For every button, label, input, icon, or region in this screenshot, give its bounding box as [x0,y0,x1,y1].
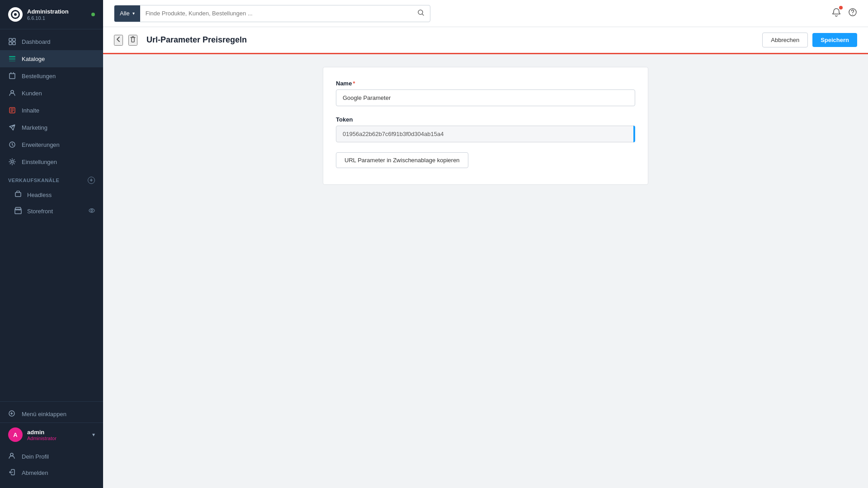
sidebar-nav: Dashboard Kataloge Bestellungen [0,29,103,401]
name-field-group: Name* [336,80,635,106]
headless-label: Headless [27,192,52,198]
collapse-menu-button[interactable]: Menü einklappen [0,405,103,422]
sidebar-item-headless[interactable]: Headless [0,187,103,203]
sales-channels-label: Verkaufskanäle [8,178,59,183]
logout-icon [8,469,16,477]
topbar: Alle ▾ [103,0,868,27]
help-button[interactable] [848,8,857,19]
token-label: Token [336,116,635,123]
dropdown-chevron-icon: ▾ [132,11,135,16]
add-sales-channel-button[interactable]: + [88,177,95,184]
profile-link[interactable]: Dein Profil [0,448,103,465]
sidebar-item-einstellungen[interactable]: Einstellungen [0,153,103,170]
app-version: 6.6.10.1 [27,15,69,21]
kataloge-icon [8,55,16,63]
collapse-icon [8,410,16,418]
svg-rect-4 [9,56,15,57]
sidebar-item-label: Dashboard [22,38,51,45]
sales-channels-section: Verkaufskanäle + [0,170,103,187]
sidebar-item-label: Marketing [22,124,47,131]
token-bar [633,126,635,142]
einstellungen-icon [8,158,16,166]
sidebar-item-label: Kataloge [22,56,45,62]
user-role: Administrator [27,436,57,441]
bestellungen-icon [8,72,16,80]
sidebar-footer: Menü einklappen A admin Administrator ▾ … [0,401,103,488]
inhalte-icon [8,106,16,114]
profile-label: Dein Profil [22,453,49,460]
profile-icon [8,452,16,460]
svg-point-7 [11,90,14,93]
svg-rect-2 [9,42,12,45]
svg-point-13 [89,209,94,212]
marketing-icon [8,123,16,131]
svg-rect-1 [13,38,15,41]
notification-badge [839,6,843,9]
sidebar-header: Administration 6.6.10.1 [0,0,103,29]
storefront-label: Storefront [27,208,53,215]
sidebar-item-bestellungen[interactable]: Bestellungen [0,67,103,84]
sidebar-item-label: Kunden [22,90,42,97]
sidebar-item-label: Inhalte [22,107,39,114]
sidebar-item-inhalte[interactable]: Inhalte [0,102,103,119]
logout-link[interactable]: Abmelden [0,465,103,481]
name-label: Name* [336,80,635,87]
app-logo [8,7,23,22]
app-info: Administration 6.6.10.1 [27,8,69,21]
erweiterungen-icon [8,141,16,149]
headless-icon [14,191,23,199]
page-content: Url-Parameter Preisregeln Abbrechen Spei… [103,27,868,488]
search-input[interactable] [140,5,412,22]
storefront-eye-icon[interactable] [89,207,95,215]
delete-button[interactable] [128,35,137,46]
sidebar-item-label: Einstellungen [22,159,57,165]
sidebar-item-marketing[interactable]: Marketing [0,119,103,136]
sidebar: Administration 6.6.10.1 Dashboard [0,0,103,488]
user-info: admin Administrator [27,429,57,441]
sidebar-item-label: Erweiterungen [22,141,60,148]
online-indicator [91,13,95,16]
svg-rect-0 [9,38,12,41]
search-container: Alle ▾ [114,5,430,22]
topbar-actions [832,8,857,19]
save-button[interactable]: Speichern [812,33,857,47]
user-name: admin [27,429,57,436]
sidebar-item-erweiterungen[interactable]: Erweiterungen [0,136,103,153]
collapse-label: Menü einklappen [22,411,66,418]
name-input[interactable] [336,89,635,106]
back-button[interactable] [114,35,123,46]
search-category-dropdown[interactable]: Alle ▾ [114,5,140,22]
svg-rect-6 [9,61,15,61]
page-title: Url-Parameter Preisregeln [146,35,762,45]
token-input [336,126,635,142]
app-name: Administration [27,8,69,15]
page-header: Url-Parameter Preisregeln Abbrechen Spei… [103,27,868,54]
svg-point-19 [853,14,853,15]
user-menu-trigger[interactable]: A admin Administrator ▾ [0,422,103,446]
dashboard-icon [8,38,16,46]
sidebar-item-storefront[interactable]: Storefront [0,203,103,219]
kunden-icon [8,89,16,97]
svg-point-16 [10,453,13,456]
user-footer-links: Dein Profil Abmelden [0,446,103,484]
main-content: Alle ▾ [103,0,868,488]
search-category-label: Alle [120,10,130,17]
sidebar-item-dashboard[interactable]: Dashboard [0,33,103,50]
svg-point-10 [11,161,14,163]
svg-rect-3 [13,42,15,45]
cancel-button[interactable]: Abbrechen [762,33,808,47]
sidebar-item-label: Bestellungen [22,73,56,80]
sidebar-item-kataloge[interactable]: Kataloge [0,50,103,67]
chevron-down-icon: ▾ [92,432,95,438]
logout-label: Abmelden [22,469,48,476]
token-field-group: Token [336,116,635,142]
svg-rect-5 [9,58,15,60]
avatar: A [8,427,23,442]
search-button[interactable] [412,9,430,18]
token-wrapper [336,126,635,142]
svg-rect-11 [15,192,21,197]
form-card: Name* Token URL Parameter in Zwischenabl… [323,67,648,185]
sidebar-item-kunden[interactable]: Kunden [0,84,103,102]
notifications-button[interactable] [832,8,841,19]
copy-url-button[interactable]: URL Parameter in Zwischenablage kopieren [336,152,468,168]
